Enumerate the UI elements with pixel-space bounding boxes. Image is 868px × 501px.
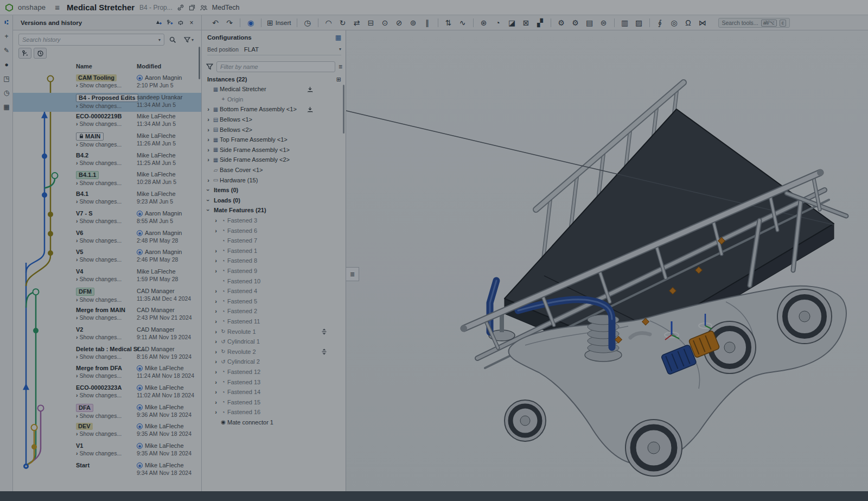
rack-relation-button[interactable]: ⚙ [570,17,582,29]
graph-view-toggle[interactable] [18,48,31,59]
mate-row[interactable]: ›↻Revolute 1 [202,326,346,337]
mate-row[interactable]: ›◔Fastened 5 [202,296,346,306]
chevron-right-icon[interactable]: › [213,389,219,395]
mate-row[interactable]: ›◔Fastened 8 [202,256,346,266]
version-row[interactable]: B4 - Proposed Edits›Show changes...sande… [76,94,201,113]
display-states-button[interactable]: ▞ [534,17,546,29]
panel-appearance-icon[interactable]: ✎ [0,43,13,58]
mate-row[interactable]: ›◔Fastened 14 [202,387,346,397]
chevron-right-icon[interactable]: › [213,369,219,375]
version-row[interactable]: V4›Show changes...Mike LaFleche1:59 PM M… [76,268,201,288]
instance-row[interactable]: ›▭Hardware (15) [202,175,346,185]
section-row[interactable]: ›Items (0) [202,185,346,195]
mate-row[interactable]: ›◔Fastened 2 [202,306,346,316]
mate-row[interactable]: ›◔Fastened 3 [202,215,346,226]
revision-clock-button[interactable]: ◷ [302,17,314,29]
version-row[interactable]: DFM›Show changes...CAD Manager11:35 AM D… [76,288,201,307]
version-row[interactable]: ECO-00002219B›Show changes...Mike LaFlec… [76,113,201,132]
mate-row[interactable]: ›◔Fastened 12 [202,367,346,377]
panel-parts-icon[interactable]: ◳ [0,72,13,86]
instance-row[interactable]: ›▤Bellows <2> [202,124,346,135]
mate-fastened-button[interactable]: ◠ [323,17,335,29]
chevron-right-icon[interactable]: › [213,338,219,345]
mate-row[interactable]: ›◔Fastened 1 [202,246,346,256]
mate-row[interactable]: ›↻Revolute 2 [202,346,346,357]
chevron-right-icon[interactable]: › [205,147,212,153]
screw-relation-button[interactable]: ▤ [584,17,596,29]
search-history-input[interactable]: Search history ▾ [18,34,164,46]
mate-row[interactable]: ◉Mate connector 1 [202,417,346,428]
panel-comments-icon[interactable]: ● [0,58,13,72]
versions-scrollbar[interactable] [199,47,200,79]
insert-button[interactable]: ⊞Insert [266,17,292,29]
panel-bom-icon[interactable]: ▦ [0,100,13,114]
explode-view-button[interactable]: ⊛ [478,17,490,29]
replicate-button[interactable]: ⊠ [520,17,532,29]
version-row[interactable]: DEV›Show changes...◉Mike LaFleche9:35 AM… [76,423,201,442]
workspace-tab-label[interactable]: B4 - Prop... [139,4,173,11]
share-users-icon[interactable] [200,4,207,11]
config-value-select[interactable]: FLAT [244,46,334,53]
version-row[interactable]: DFA›Show changes...◉Mike LaFleche9:36 AM… [76,404,201,423]
mate-row[interactable]: ›◔Fastened 13 [202,377,346,387]
instance-row[interactable]: +Origin [202,94,346,105]
redo-button[interactable]: ↷ [224,17,235,29]
copy-document-icon[interactable] [189,4,195,11]
mate-row[interactable]: ◔Fastened 10 [202,276,346,286]
chevron-right-icon[interactable]: › [213,217,219,224]
mate-row[interactable]: ›↺Cylindrical 2 [202,357,346,367]
sync-update-button[interactable]: ◉ [245,17,257,29]
chevron-right-icon[interactable]: › [213,409,219,415]
filter-by-name-input[interactable]: Filter by name [216,61,335,72]
named-position-button[interactable]: ◔ [492,17,504,29]
version-row[interactable]: CAM Tooling›Show changes...◉Aaron Magnin… [76,74,201,94]
chevron-right-icon[interactable]: › [213,328,219,335]
chevron-right-icon[interactable]: › [213,399,219,405]
drawing-button[interactable]: ▥ [619,17,631,29]
search-history-caret-icon[interactable]: ▾ [158,37,161,42]
mate-row[interactable]: ›◔Fastened 16 [202,407,346,417]
mate-slider-button[interactable]: ⇄ [351,17,363,29]
instance-row[interactable]: ›▦Side Frame Assembly <1> [202,145,346,155]
mate-connector-tool-button[interactable]: ∿ [457,17,469,29]
instance-row[interactable]: ›▦Bottom Frame Assembly <1> [202,104,346,115]
chevron-right-icon[interactable]: › [205,177,212,183]
chevron-down-icon[interactable]: › [205,187,212,193]
link-icon[interactable] [177,4,184,11]
section-row[interactable]: ›Loads (0) [202,195,346,206]
version-row[interactable]: V7 - S›Show changes...◉Aaron Magnin8:55 … [76,210,201,230]
snap-mode-button[interactable]: ⇅ [443,17,455,29]
instance-row[interactable]: ›▦Top Frame Assembly <1> [202,135,346,145]
instance-row[interactable]: ▦Medical Stretcher [202,84,346,94]
mate-row[interactable]: ›◔Fastened 11 [202,316,346,327]
chevron-right-icon[interactable]: › [213,308,219,314]
panel-config-icon[interactable]: + [0,29,13,43]
version-row[interactable]: Start◉Mike LaFleche9:34 AM Nov 18 2024 [76,462,201,481]
chevron-right-icon[interactable]: › [213,248,219,254]
restore-history-toggle[interactable] [34,48,47,59]
chevron-right-icon[interactable]: › [213,268,219,274]
export-button[interactable]: ▨ [633,17,645,29]
instance-row[interactable]: ▱Base Cover <1> [202,165,346,175]
version-row[interactable]: V6›Show changes...◉Aaron Magnin2:48 PM M… [76,230,201,249]
chevron-right-icon[interactable]: › [213,227,219,234]
interference-button[interactable]: Ω [682,17,694,29]
mate-row[interactable]: ◔Fastened 7 [202,236,346,246]
undo-button[interactable]: ↶ [209,17,221,29]
section-view-button[interactable]: ⋈ [697,17,709,29]
chevron-right-icon[interactable]: › [213,318,219,325]
mate-revolute-button[interactable]: ↻ [337,17,349,29]
version-row[interactable]: V1›Show changes...◉Mike LaFleche9:35 AM … [76,442,201,462]
create-version-icon[interactable] [154,17,164,28]
chevron-right-icon[interactable]: › [213,348,219,355]
update-in-document-icon[interactable] [175,17,186,28]
chevron-right-icon[interactable]: › [205,156,212,163]
mate-row[interactable]: ›◔Fastened 9 [202,266,346,276]
version-row[interactable]: MAIN›Show changes...Mike LaFleche11:26 A… [76,132,201,152]
panel-history-icon[interactable]: ◷ [0,86,13,100]
panel-versions-icon[interactable]: ⑆ [0,15,13,29]
list-options-icon[interactable]: ≡ [339,63,342,71]
insert-instance-icon[interactable]: ⊞ [336,76,341,83]
section-row[interactable]: ›Mate Features (21) [202,205,346,215]
version-row[interactable]: Delete tab : Medical St...›Show changes.… [76,346,201,365]
